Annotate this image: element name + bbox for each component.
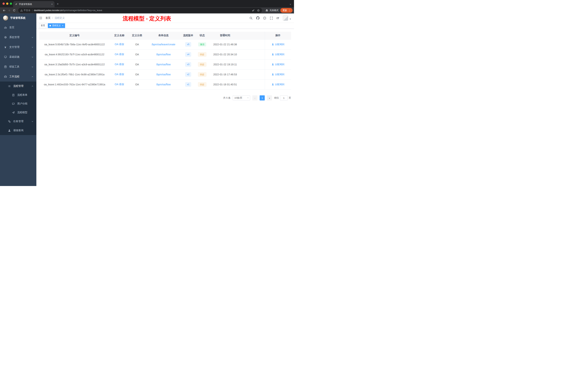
browser-menu-kebab-icon[interactable]: ⋮ — [288, 9, 291, 12]
chat-bubble-icon — [12, 102, 15, 105]
password-key-icon[interactable] — [252, 9, 255, 12]
traffic-light-minimize[interactable] — [6, 2, 8, 5]
user-icon — [272, 73, 274, 76]
assign-rule-link[interactable]: 分配规则 — [272, 73, 284, 76]
back-button[interactable] — [1, 8, 7, 13]
sidebar-item-home[interactable]: 首页 — [0, 22, 36, 33]
avatar-caret-down-icon[interactable]: ▾ — [290, 18, 291, 20]
incognito-badge: 无痕模式 — [265, 9, 279, 12]
version-badge: v3 — [185, 62, 191, 67]
sidebar-item-devtools[interactable]: 研发工具 — [0, 62, 36, 72]
status-badge: 挂起 — [198, 82, 206, 87]
content-area: 定义编号 定义名称 定义分类 表单信息 流程版本 状态 部署时间 操作 oa_l… — [36, 29, 294, 186]
sidebar-logo[interactable]: 芋道管理系统 — [0, 13, 36, 22]
sidebar-item-task-management[interactable]: 任务管理 — [0, 117, 36, 126]
page-size-select[interactable]: 10条/页 ˅ — [233, 95, 250, 100]
sidebar-item-process-form[interactable]: 流程表单 — [0, 91, 36, 99]
workflow-submenu: 流程管理 流程表单 用户分组 流程模型 — [0, 82, 36, 135]
table-row: oa_leave:5:004b710b-7b8a-11ec-8ef0-acde4… — [39, 40, 291, 50]
chevron-down-icon — [32, 66, 33, 68]
github-icon[interactable] — [256, 16, 260, 20]
page-title-annotation: 流程模型 - 定义列表 — [123, 15, 171, 22]
paper-plane-icon — [12, 111, 15, 114]
chevron-up-icon — [32, 76, 33, 78]
active-dot — [50, 25, 51, 26]
nested-blocks-icon — [8, 120, 11, 123]
new-tab-button[interactable]: + — [57, 2, 59, 6]
definition-category: OA — [129, 59, 145, 69]
chevron-down-icon: ˅ — [247, 97, 249, 99]
form-link[interactable]: /bpm/oa/flow — [156, 63, 170, 66]
traffic-light-zoom[interactable] — [10, 2, 12, 5]
address-bar[interactable]: 不安全 dashboard.yudao.iocoder.cn/bpm/manag… — [18, 8, 262, 13]
sidebar-item-leave-query[interactable]: 请假查询 — [0, 126, 36, 135]
tag-home[interactable]: 首页 — [39, 23, 47, 28]
table-row: oa_leave:4:991f2193-7b7f-11ec-a3c8-acde4… — [39, 50, 291, 59]
status-badge: 激活 — [198, 42, 206, 47]
font-size-icon[interactable]: tT — [277, 17, 279, 20]
user-icon — [272, 43, 274, 45]
browser-tab[interactable]: 芋道管理系统 × — [13, 1, 54, 7]
total-count: 共 5 条 — [223, 96, 231, 99]
incognito-label: 无痕模式 — [269, 9, 279, 12]
table-header-row: 定义编号 定义名称 定义分类 表单信息 流程版本 状态 部署时间 操作 — [39, 32, 291, 40]
breadcrumb-home[interactable]: 首页 — [45, 16, 51, 20]
sidebar: 芋道管理系统 首页 系统管理 ¥ 支付管理 基础设施 — [0, 13, 36, 186]
status-badge: 挂起 — [198, 72, 206, 77]
omnibox-divider — [32, 9, 32, 12]
page-number-button[interactable]: 1 — [260, 95, 265, 100]
form-link[interactable]: /bpm/oa/flow — [156, 53, 170, 56]
tab-close-icon[interactable]: × — [51, 3, 53, 6]
search-icon[interactable] — [250, 17, 252, 20]
bookmark-star-icon[interactable] — [257, 9, 260, 12]
definition-name-link[interactable]: OA 请假 — [115, 53, 124, 56]
version-badge: v4 — [185, 52, 191, 57]
toolbox-icon — [4, 65, 7, 68]
reload-button[interactable] — [12, 8, 17, 13]
prev-page-button[interactable]: ‹ — [252, 95, 257, 100]
sidebar-item-infrastructure[interactable]: 基础设施 — [0, 52, 36, 62]
definition-name-link[interactable]: OA 请假 — [115, 73, 124, 76]
sidebar-item-user-group[interactable]: 用户分组 — [0, 99, 36, 108]
assign-rule-link[interactable]: 分配规则 — [272, 63, 284, 66]
assign-rule-link[interactable]: 分配规则 — [272, 43, 284, 46]
sidebar-item-workflow[interactable]: 工作流程 — [0, 72, 36, 82]
sidebar-item-system[interactable]: 系统管理 — [0, 33, 36, 42]
hamburger-button[interactable] — [39, 16, 42, 20]
user-icon — [272, 53, 274, 55]
definition-category: OA — [129, 50, 145, 59]
definition-name-link[interactable]: OA 请假 — [115, 43, 124, 46]
update-button[interactable]: 更新 ⋮ — [280, 8, 293, 13]
assign-rule-link[interactable]: 分配规则 — [272, 83, 284, 86]
next-page-button[interactable]: › — [267, 95, 272, 100]
traffic-light-close[interactable] — [2, 2, 5, 5]
form-link[interactable]: /bpm/oa/flow — [156, 83, 170, 86]
table-row: oa_leave:2:3c1f0ef1-76b1-11ec-9c66-a2380… — [39, 69, 291, 79]
sidebar-item-process-model[interactable]: 流程模型 — [0, 108, 36, 117]
person-icon — [8, 129, 11, 132]
col-actions: 操作 — [265, 32, 291, 40]
user-avatar[interactable] — [283, 15, 288, 21]
definition-name-link[interactable]: OA 请假 — [115, 63, 124, 66]
tag-process-definition[interactable]: 流程定义 × — [48, 23, 65, 28]
form-link[interactable]: /bpm/oa/leave/create — [152, 43, 176, 46]
col-form-info: 表单信息 — [145, 32, 182, 40]
goto-page-input[interactable] — [280, 95, 288, 100]
breadcrumb-current: 流程定义 — [54, 16, 65, 20]
security-chip[interactable]: 不安全 — [20, 9, 31, 12]
tag-close-icon[interactable]: × — [62, 24, 63, 27]
fullscreen-icon[interactable] — [270, 17, 273, 20]
help-icon[interactable]: ? — [263, 17, 266, 20]
assign-rule-link[interactable]: 分配规则 — [272, 53, 284, 56]
definition-name-link[interactable]: OA 请假 — [115, 83, 124, 86]
table-row: oa_leave:1:482ec033-762a-11ec-8477-a2380… — [39, 79, 291, 89]
form-link[interactable]: /bpm/oa/flow — [156, 73, 170, 76]
sidebar-item-payment[interactable]: ¥ 支付管理 — [0, 42, 36, 52]
url-host: dashboard.yudao.iocoder.cn — [34, 9, 63, 12]
tab-search-chevron-icon[interactable]: ˅ — [290, 3, 291, 6]
forward-button[interactable] — [7, 8, 12, 13]
chevron-up-icon — [32, 85, 33, 87]
browser-chrome: 芋道管理系统 × + ˅ 不安全 dashboard.yudao.iocoder… — [0, 0, 294, 13]
definition-id: oa_leave:2:3c1f0ef1-76b1-11ec-9c66-a2380… — [39, 69, 110, 79]
sidebar-item-process-management[interactable]: 流程管理 — [0, 82, 36, 91]
